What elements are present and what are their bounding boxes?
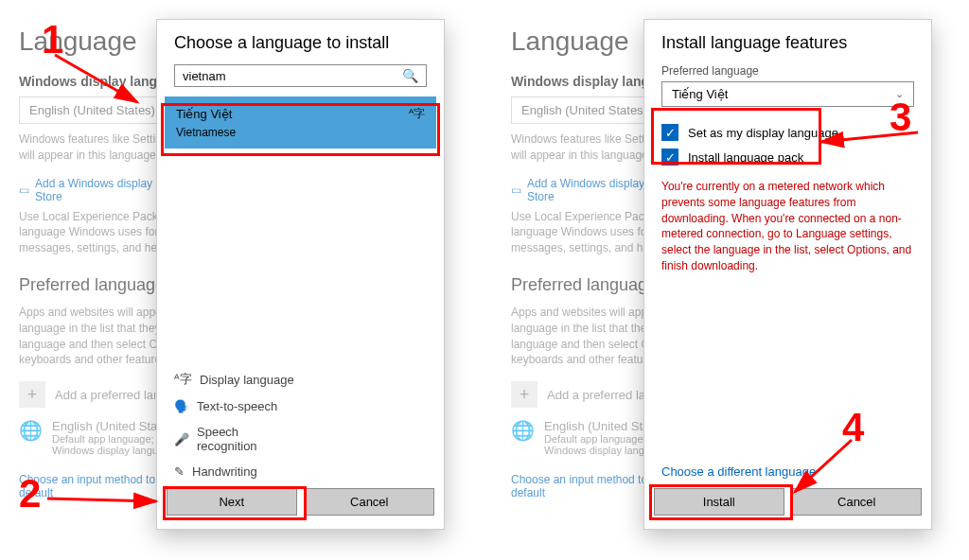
language-icon: 🌐 [19,419,43,456]
language-result-vietnamese[interactable]: Tiếng Việt ᴬ字 Vietnamese [165,96,436,149]
handwriting-icon: ✎ [174,464,185,479]
dialog-title: Install language features [644,20,931,64]
speech-recognition-icon: 🎤 [174,432,189,446]
display-language-icon: ᴬ字 [174,371,192,388]
chevron-down-icon: ⌄ [895,88,904,100]
store-icon: ▭ [19,184,29,197]
checkbox-checked-icon: ✓ [661,124,678,141]
choose-language-dialog: Choose a language to install 🔍 Tiếng Việ… [156,19,445,530]
feature-legend: ᴬ字Display language 🗣️Text-to-speech 🎤Spe… [157,361,444,488]
next-button[interactable]: Next [167,488,297,516]
cancel-button[interactable]: Cancel [305,488,435,516]
plus-icon: + [19,381,45,408]
metered-network-warning: You're currently on a metered network wh… [644,169,931,284]
checkbox-checked-icon: ✓ [661,149,678,166]
set-display-language-checkbox[interactable]: ✓ Set as my display language [644,120,931,145]
choose-different-language-link[interactable]: Choose a different language [644,464,931,488]
preferred-language-select[interactable]: Tiếng Việt ⌄ [661,81,914,107]
language-search-box[interactable]: 🔍 [174,64,427,87]
text-to-speech-icon: 🗣️ [174,399,189,413]
install-features-dialog: Install language features Preferred lang… [643,19,932,530]
cancel-button[interactable]: Cancel [792,488,923,516]
language-icon: 🌐 [511,419,535,456]
search-input[interactable] [183,69,402,83]
install-button[interactable]: Install [654,488,784,516]
store-icon: ▭ [511,184,521,197]
search-icon: 🔍 [402,68,418,83]
install-language-pack-checkbox[interactable]: ✓ Install language pack [644,145,931,169]
dialog-title: Choose a language to install [157,20,444,64]
preferred-language-label: Preferred language [644,64,931,81]
plus-icon: + [511,381,537,408]
display-language-icon: ᴬ字 [409,106,425,122]
